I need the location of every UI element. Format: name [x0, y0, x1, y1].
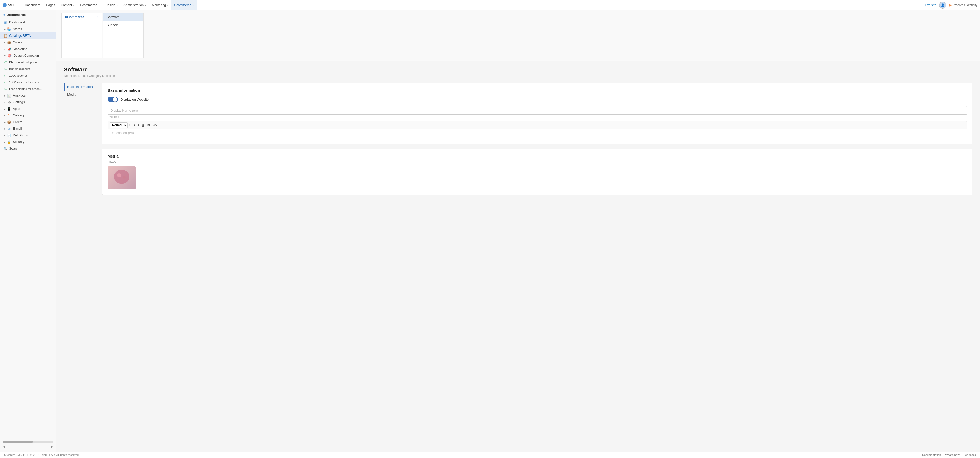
brand-logo[interactable]: sf11 ▾ [3, 3, 18, 7]
sidebar-item-discounted-unit-price[interactable]: 🏷 Discounted unit price [0, 59, 56, 66]
sidebar-item-label: Default Campaign [13, 54, 39, 57]
sidebar-item-label: Analytics [13, 94, 25, 97]
nav-right: Live site 👤 ▶ Progress Sitefinity [925, 2, 977, 9]
footer-copyright: Sitefinity CMS 11.1 | © 2018 Telerik EAD… [4, 453, 80, 456]
sidebar-item-stores[interactable]: ▶ 🏪 Stores [0, 26, 56, 32]
sidebar-item-label: Catalogs BETA [9, 34, 31, 38]
required-hint: Required [108, 116, 967, 119]
analytics-expand-icon: ▶ [3, 94, 6, 97]
sidebar-item-marketing[interactable]: ▼ 📣 Marketing [0, 46, 56, 52]
dropdown-col-3 [144, 13, 221, 59]
sidebar-item-label: Marketing [13, 47, 27, 51]
page-title: Software [64, 67, 88, 73]
nav-items: Dashboard Pages Content▾ Ecommerce▾ Desi… [22, 0, 925, 10]
display-on-website-toggle[interactable] [108, 97, 118, 102]
sidebar-item-label: 100€ voucher [9, 74, 27, 77]
bold-button[interactable]: B [132, 123, 136, 127]
dropdown-col-2: Software Support [103, 13, 143, 59]
scroll-right-arrow[interactable]: ▶ [49, 444, 55, 449]
sidebar-item-settings[interactable]: ▼ ⚙ Settings [0, 99, 56, 105]
nav-marketing[interactable]: Marketing▾ [149, 0, 171, 10]
footer-links: Documentation What's new Feedback [922, 453, 976, 456]
underline-button[interactable]: U [141, 123, 145, 127]
scroll-left-arrow[interactable]: ◀ [1, 444, 6, 449]
nav-dashboard[interactable]: Dashboard [22, 0, 43, 10]
sidebar-item-email[interactable]: ▶ ✉ E-mail [0, 125, 56, 132]
page-subtitle: Definition: Default Category Definition [64, 74, 972, 78]
code-button[interactable]: </> [152, 123, 158, 127]
image-button[interactable]: 🖼 [146, 123, 151, 127]
page-menu-dots-button[interactable]: ··· [90, 67, 94, 73]
sidebar-item-catalogs[interactable]: 📋 Catalogs BETA [0, 32, 56, 39]
svg-point-1 [117, 173, 121, 177]
analytics-icon: 📊 [7, 94, 11, 98]
nav-design[interactable]: Design▾ [103, 0, 120, 10]
sidebar-item-label: Stores [13, 27, 22, 31]
media-image-svg [111, 169, 132, 187]
dropdown-support[interactable]: Support [103, 21, 143, 29]
footer-whats-new-link[interactable]: What's new [945, 453, 959, 456]
sidebar-item-definitions[interactable]: ▶ 📄 Definitions [0, 132, 56, 139]
orders-sub-expand-icon: ▶ [3, 121, 6, 124]
sidebar-item-voucher-specific[interactable]: 🏷 100€ voucher for specific produ [0, 79, 56, 86]
sidebar: ● Ucommerce ▣ Dashboard ▶ 🏪 Stores 📋 Cat… [0, 10, 56, 452]
sidebar-item-security[interactable]: ▶ 🔒 Security [0, 139, 56, 145]
form-main: Basic information Display on Website Req… [102, 83, 972, 195]
sidebar-item-label: Orders [13, 120, 22, 124]
form-sidebar-basic-info[interactable]: Basic information [64, 83, 97, 90]
dashboard-icon: ▣ [3, 21, 8, 24]
toggle-label: Display on Website [120, 98, 149, 101]
sidebar-item-default-campaign[interactable]: ▼ 🎯 Default Campaign [0, 52, 56, 59]
display-name-input[interactable] [108, 106, 967, 115]
live-site-link[interactable]: Live site [925, 3, 936, 7]
ucommerce-chevron: ▾ [192, 0, 194, 10]
sidebar-item-catalog[interactable]: ▶ 🗂 Catalog [0, 112, 56, 119]
apps-icon: 📱 [7, 107, 11, 111]
search-sidebar-icon: 🔍 [3, 147, 8, 151]
main-container: ● Ucommerce ▣ Dashboard ▶ 🏪 Stores 📋 Cat… [0, 10, 980, 452]
bundle-discount-icon: 🏷 [3, 67, 8, 71]
sidebar-item-label: Bundle discount [9, 67, 30, 70]
nav-pages[interactable]: Pages [43, 0, 57, 10]
marketing-icon: 📣 [8, 47, 12, 51]
italic-button[interactable]: I [137, 123, 140, 127]
dropdown-ucommerce[interactable]: uCommerce › [62, 13, 102, 21]
email-expand-icon: ▶ [3, 127, 6, 130]
brand-dot [3, 3, 6, 7]
nav-administration[interactable]: Administration▾ [121, 0, 149, 10]
nav-content[interactable]: Content▾ [58, 0, 77, 10]
sidebar-item-free-shipping[interactable]: 🏷 Free shipping for orders over 4€ [0, 86, 56, 92]
nav-ecommerce[interactable]: Ecommerce▾ [78, 0, 102, 10]
security-expand-icon: ▶ [3, 141, 6, 143]
user-avatar[interactable]: 👤 [939, 2, 946, 9]
sidebar-item-apps[interactable]: ▶ 📱 Apps [0, 105, 56, 112]
email-icon: ✉ [7, 127, 11, 131]
nav-ucommerce[interactable]: Ucommerce▾ [172, 0, 196, 10]
sidebar-item-bundle-discount[interactable]: 🏷 Bundle discount [0, 66, 56, 72]
sidebar-footer: ◀ ▶ [0, 443, 56, 450]
discount-icon: 🏷 [3, 60, 8, 64]
settings-expand-icon: ▼ [3, 101, 6, 104]
format-select[interactable]: Normal [110, 122, 127, 128]
sidebar-item-search[interactable]: 🔍 Search [0, 145, 56, 152]
description-area[interactable]: Description (en) [108, 129, 967, 139]
dropdown-software[interactable]: Software [103, 13, 143, 21]
sidebar-item-orders[interactable]: ▶ 📦 Orders [0, 39, 56, 46]
media-image-placeholder[interactable] [108, 166, 136, 189]
sidebar-item-voucher-100[interactable]: 🏷 100€ voucher [0, 72, 56, 79]
sidebar-item-analytics[interactable]: ▶ 📊 Analytics [0, 92, 56, 99]
campaign-expand-icon: ▼ [3, 54, 6, 57]
sidebar-item-label: Discounted unit price [9, 61, 37, 64]
apps-expand-icon: ▶ [3, 108, 6, 110]
rich-text-toolbar: Normal ⇕ B I U 🖼 </> [108, 121, 967, 129]
footer-documentation-link[interactable]: Documentation [922, 453, 941, 456]
sidebar-item-orders-sub[interactable]: ▶ 📦 Orders [0, 119, 56, 125]
security-icon: 🔒 [7, 140, 11, 144]
form-sidebar-media[interactable]: Media [64, 90, 97, 98]
description-placeholder: Description (en) [110, 131, 134, 135]
sidebar-item-label: Apps [13, 107, 20, 111]
sidebar-item-dashboard[interactable]: ▣ Dashboard [0, 19, 56, 26]
orders-expand-icon: ▶ [3, 41, 6, 44]
footer-feedback-link[interactable]: Feedback [964, 453, 976, 456]
orders-icon: 📦 [7, 40, 11, 44]
